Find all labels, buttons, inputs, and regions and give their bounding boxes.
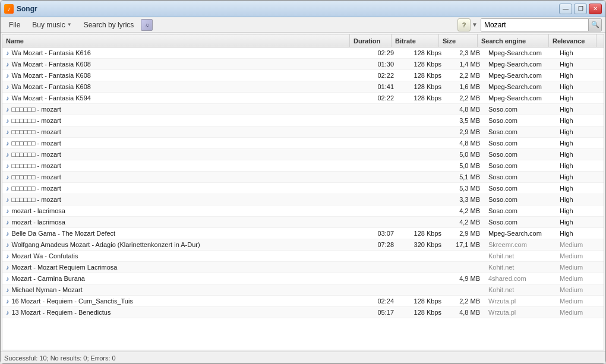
- cell-relevance: High: [556, 49, 604, 56]
- table-row[interactable]: ♪Wa Mozart - Fantasia K61602:29128 Kbps2…: [2, 48, 604, 59]
- table-row[interactable]: ♪□□□□□□ - mozart5,1 MBSoso.comHigh: [2, 172, 604, 183]
- cell-size: 4,2 MB: [446, 219, 485, 226]
- song-name: □□□□□□ - mozart: [12, 185, 61, 192]
- music-note-icon: ♪: [6, 106, 10, 113]
- table-row[interactable]: ♪□□□□□□ - mozart5,0 MBSoso.comHigh: [2, 160, 604, 172]
- cell-duration: 07:28: [357, 241, 399, 248]
- song-name: Wolfgang Amadeus Mozart - Adagio (Klarin…: [12, 241, 200, 248]
- buy-music-menu[interactable]: Buy music ▼: [27, 18, 76, 31]
- table-row[interactable]: ♪Belle Da Gama - The Mozart Defect03:071…: [2, 228, 604, 239]
- cell-engine: Skreemr.com: [485, 241, 556, 248]
- song-name: 16 Mozart - Requiem - Cum_Sanctis_Tuis: [12, 297, 133, 305]
- cell-bitrate: 320 Kbps: [399, 241, 446, 248]
- table-row[interactable]: ♪□□□□□□ - mozart4,8 MBSoso.comHigh: [2, 104, 604, 115]
- col-relevance[interactable]: Relevance: [549, 34, 596, 47]
- col-bitrate[interactable]: Bitrate: [392, 34, 439, 47]
- table-row[interactable]: ♪□□□□□□ - mozart3,5 MBSoso.comHigh: [2, 115, 604, 126]
- song-name: □□□□□□ - mozart: [12, 117, 61, 124]
- cell-size: 5,0 MB: [446, 162, 485, 169]
- cell-size: 2,2 MB: [446, 72, 485, 79]
- cell-size: 17,1 MB: [446, 241, 485, 248]
- search-input[interactable]: [481, 19, 588, 31]
- close-button[interactable]: ✕: [589, 4, 602, 14]
- cell-relevance: Medium: [556, 252, 604, 259]
- cell-duration: 03:07: [357, 230, 399, 237]
- cell-relevance: High: [556, 207, 604, 214]
- cell-duration: 02:24: [357, 297, 399, 305]
- cell-engine: Kohit.net: [485, 264, 556, 271]
- file-menu[interactable]: File: [4, 18, 25, 31]
- table-row[interactable]: ♪□□□□□□ - mozart3,3 MBSoso.comHigh: [2, 194, 604, 205]
- col-search-engine[interactable]: Search engine: [478, 34, 549, 47]
- cell-relevance: High: [556, 83, 604, 90]
- music-note-icon: ♪: [6, 230, 10, 237]
- cell-name: ♪□□□□□□ - mozart: [2, 151, 357, 158]
- help-button[interactable]: ?: [457, 18, 471, 31]
- song-name: Mozart - Carmina Burana: [12, 275, 86, 282]
- minimize-button[interactable]: —: [559, 4, 572, 14]
- table-row[interactable]: ♪Wa Mozart - Fantasia K59402:22128 Kbps2…: [2, 93, 604, 104]
- table-body[interactable]: ♪Wa Mozart - Fantasia K61602:29128 Kbps2…: [2, 48, 604, 350]
- music-note-icon: ♪: [6, 196, 10, 203]
- cell-duration: 02:22: [357, 94, 399, 102]
- table-row[interactable]: ♪□□□□□□ - mozart5,0 MBSoso.comHigh: [2, 149, 604, 160]
- search-button[interactable]: 🔍: [588, 19, 601, 31]
- cell-name: ♪□□□□□□ - mozart: [2, 196, 357, 203]
- cell-size: 4,8 MB: [446, 106, 485, 113]
- lyrics-icon[interactable]: ♫: [141, 19, 153, 31]
- table-row[interactable]: ♪□□□□□□ - mozart4,8 MBSoso.comHigh: [2, 138, 604, 149]
- cell-size: 5,1 MB: [446, 173, 485, 181]
- song-name: Belle Da Gama - The Mozart Defect: [12, 230, 116, 237]
- cell-name: ♪Michael Nyman - Mozart: [2, 286, 357, 293]
- cell-engine: Soso.com: [485, 151, 556, 158]
- cell-duration: 05:17: [357, 309, 399, 316]
- table-row[interactable]: ♪13 Mozart - Requiem - Benedictus05:1712…: [2, 307, 604, 318]
- table-row[interactable]: ♪mozart - lacrimosa4,2 MBSoso.comHigh: [2, 217, 604, 228]
- song-name: □□□□□□ - mozart: [12, 106, 61, 113]
- table-row[interactable]: ♪Mozart - Mozart Requiem LacrimosaKohit.…: [2, 262, 604, 273]
- col-duration[interactable]: Duration: [350, 34, 392, 47]
- song-name: Wa Mozart - Fantasia K608: [12, 83, 91, 90]
- table-row[interactable]: ♪Wa Mozart - Fantasia K60801:30128 Kbps1…: [2, 59, 604, 70]
- table-row[interactable]: ♪16 Mozart - Requiem - Cum_Sanctis_Tuis0…: [2, 296, 604, 307]
- song-name: Mozart Wa - Confutatis: [12, 252, 78, 259]
- title-controls: — ❐ ✕: [559, 4, 602, 14]
- search-box: 🔍: [481, 18, 602, 31]
- song-name: Wa Mozart - Fantasia K608: [12, 61, 91, 68]
- cell-relevance: High: [556, 196, 604, 203]
- table-row[interactable]: ♪□□□□□□ - mozart5,3 MBSoso.comHigh: [2, 183, 604, 194]
- song-name: Wa Mozart - Fantasia K608: [12, 72, 91, 79]
- table-row[interactable]: ♪□□□□□□ - mozart2,9 MBSoso.comHigh: [2, 126, 604, 138]
- cell-engine: Soso.com: [485, 219, 556, 226]
- restore-button[interactable]: ❐: [574, 4, 587, 14]
- music-note-icon: ♪: [6, 140, 10, 147]
- song-name: □□□□□□ - mozart: [12, 151, 61, 158]
- search-by-lyrics-menu[interactable]: Search by lyrics: [79, 18, 139, 31]
- music-note-icon: ♪: [6, 252, 10, 259]
- table-row[interactable]: ♪Michael Nyman - MozartKohit.netMedium: [2, 284, 604, 296]
- col-size[interactable]: Size: [439, 34, 478, 47]
- cell-engine: Wrzuta.pl: [485, 297, 556, 305]
- table-row[interactable]: ♪Wa Mozart - Fantasia K60802:22128 Kbps2…: [2, 70, 604, 81]
- col-name[interactable]: Name: [2, 34, 350, 47]
- table-row[interactable]: ♪Mozart - Carmina Burana4,9 MB4shared.co…: [2, 273, 604, 284]
- music-note-icon: ♪: [6, 151, 10, 158]
- cell-name: ♪mozart - lacrimosa: [2, 219, 357, 226]
- music-note-icon: ♪: [6, 207, 10, 214]
- music-note-icon: ♪: [6, 219, 10, 226]
- cell-name: ♪Mozart - Carmina Burana: [2, 275, 357, 282]
- cell-duration: 02:22: [357, 72, 399, 79]
- table-row[interactable]: ♪Mozart Wa - ConfutatisKohit.netMedium: [2, 251, 604, 262]
- music-note-icon: ♪: [6, 83, 10, 90]
- table-row[interactable]: ♪Wolfgang Amadeus Mozart - Adagio (Klari…: [2, 239, 604, 251]
- table-row[interactable]: ♪Wa Mozart - Fantasia K60801:41128 Kbps1…: [2, 81, 604, 93]
- song-name: □□□□□□ - mozart: [12, 196, 61, 203]
- table-header: Name Duration Bitrate Size Search engine…: [2, 34, 604, 48]
- cell-relevance: High: [556, 117, 604, 124]
- cell-duration: 01:30: [357, 61, 399, 68]
- cell-relevance: Medium: [556, 297, 604, 305]
- table-row[interactable]: ♪mozart - lacrimosa4,2 MBSoso.comHigh: [2, 205, 604, 217]
- cell-name: ♪mozart - lacrimosa: [2, 207, 357, 214]
- cell-bitrate: 128 Kbps: [399, 61, 446, 68]
- music-note-icon: ♪: [6, 173, 10, 181]
